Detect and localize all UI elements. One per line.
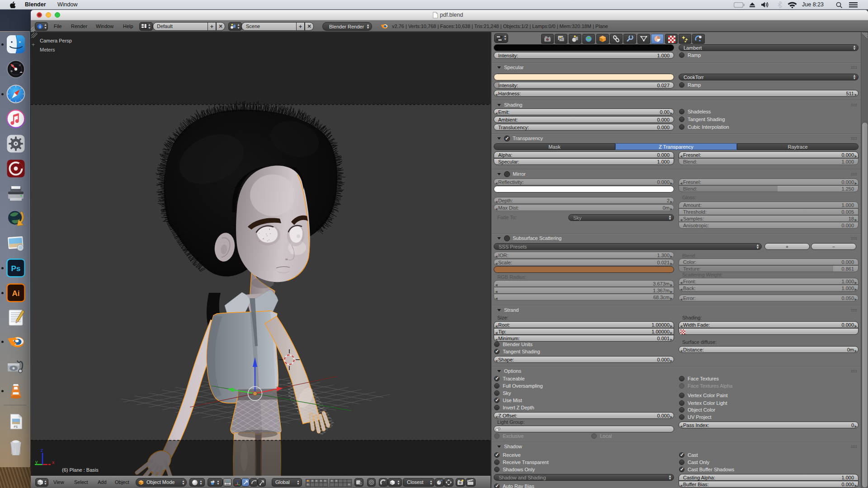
svg-text:Ps: Ps [11,264,21,273]
svg-text:i: i [39,24,41,29]
svg-text:@: @ [11,64,14,67]
svg-text:PS: PS [14,425,17,428]
svg-text:Ai: Ai [12,289,20,298]
svg-text:x: x [52,460,55,465]
svg-text:♫: ♫ [19,63,21,66]
svg-text:☁: ☁ [19,70,23,73]
svg-text:z: z [41,447,43,453]
svg-text:✈: ✈ [10,70,13,73]
svg-text:y: y [35,459,38,465]
